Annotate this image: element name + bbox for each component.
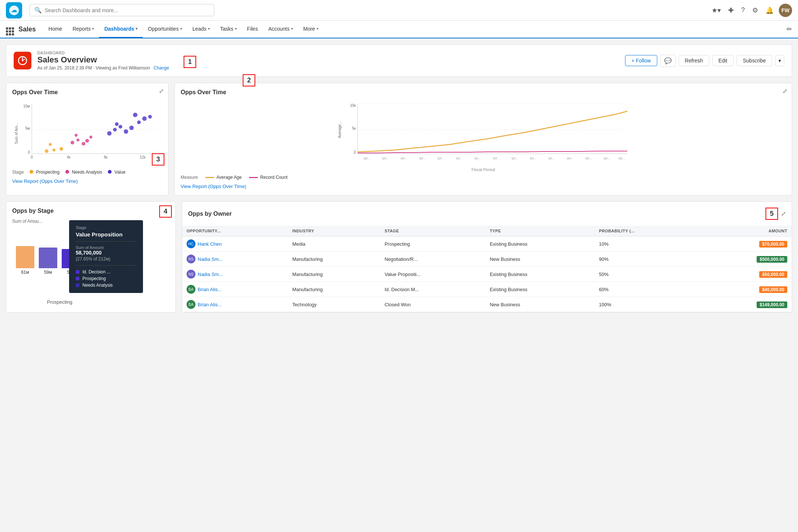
owner-avatar: NS — [187, 255, 195, 263]
svg-point-22 — [75, 134, 78, 137]
nav-tasks[interactable]: Tasks ▾ — [215, 20, 242, 38]
expand-line-button[interactable]: ⤢ — [782, 88, 787, 95]
svg-point-19 — [71, 141, 74, 144]
cell-type: Existing Business — [485, 282, 595, 297]
svg-point-28 — [124, 129, 128, 134]
expand-scatter-button[interactable]: ⤢ — [159, 88, 164, 95]
svg-point-30 — [129, 126, 134, 130]
svg-text:0: 0 — [31, 155, 33, 159]
svg-text:10м: 10м — [23, 104, 30, 108]
nav-home[interactable]: Home — [43, 20, 67, 38]
svg-point-25 — [107, 131, 112, 136]
cell-amount: $50,000.00 — [699, 267, 792, 282]
svg-point-18 — [49, 143, 52, 146]
owner-name[interactable]: Nadia Sm... — [198, 272, 223, 277]
svg-point-3 — [22, 60, 23, 61]
svg-text:Q2...: Q2... — [618, 157, 625, 160]
cell-owner: NS Nadia Sm... — [182, 252, 288, 267]
scatter-view-report-link[interactable]: View Report (Opps Over Time) — [12, 178, 78, 184]
svg-point-31 — [137, 120, 141, 124]
owner-avatar: HC — [187, 239, 195, 248]
svg-text:Q4...: Q4... — [493, 157, 499, 160]
owner-name[interactable]: Brian Alis... — [198, 302, 222, 307]
table-row: BA Brian Alis... Manufacturing Id. Decis… — [182, 282, 792, 297]
chevron-down-icon: ▾ — [317, 27, 318, 31]
nav-reports[interactable]: Reports ▾ — [67, 20, 99, 38]
nav-opportunities[interactable]: Opportunities ▾ — [143, 20, 187, 38]
svg-text:Q1...: Q1... — [604, 157, 610, 160]
favorites-button[interactable]: ★▾ — [709, 4, 723, 17]
nav-accounts[interactable]: Accounts ▾ — [263, 20, 298, 38]
follow-button[interactable]: + Follow — [625, 55, 657, 66]
chevron-down-icon: ▾ — [291, 27, 293, 31]
avatar[interactable]: FW — [779, 4, 792, 17]
cell-probability: 50% — [594, 267, 699, 282]
edit-nav-icon[interactable]: ✏ — [787, 25, 792, 33]
svg-text:Q3...: Q3... — [511, 157, 518, 160]
svg-text:Q3...: Q3... — [364, 157, 370, 160]
cell-industry: Manufacturing — [288, 282, 380, 297]
owner-name[interactable]: Brian Alis... — [198, 287, 222, 292]
scatter-svg: 10м 5м 0 0 4к 8к 12к Sum of Am... — [12, 100, 162, 167]
bar-chart-tooltip: Stage Value Proposition Sum of Amount 58… — [69, 220, 143, 293]
dashboard-title: Sales Overview — [37, 55, 619, 65]
chevron-down-icon: ▾ — [208, 27, 210, 31]
refresh-button[interactable]: Refresh — [679, 55, 709, 66]
owner-avatar: NS — [187, 270, 195, 279]
nav-files[interactable]: Files — [242, 20, 263, 38]
owner-name[interactable]: Nadia Sm... — [198, 256, 223, 262]
add-button[interactable]: ✚ — [726, 4, 736, 17]
svg-point-29 — [115, 122, 119, 126]
chevron-down-icon: ▾ — [92, 27, 94, 31]
navbar: Sales Home Reports ▾ Dashboards ▾ Opport… — [0, 21, 798, 38]
edit-button[interactable]: Edit — [712, 55, 734, 66]
more-dropdown-button[interactable]: ▾ — [775, 55, 784, 66]
col-opportunity: OPPORTUNITY... — [182, 226, 288, 236]
table-row: NS Nadia Sm... Manufacturing Negotiation… — [182, 252, 792, 267]
cell-type: New Business — [485, 252, 595, 267]
nav-more[interactable]: More ▾ — [298, 20, 324, 38]
cell-industry: Manufacturing — [288, 252, 380, 267]
svg-text:8к: 8к — [104, 155, 108, 159]
svg-text:Q4...: Q4... — [419, 157, 425, 160]
topbar: ☁ 🔍 ★▾ ✚ ? ⚙ 🔔 FW — [0, 0, 798, 21]
svg-text:☁: ☁ — [11, 7, 17, 13]
cell-amount: $40,000.00 — [699, 282, 792, 297]
expand-table-button[interactable]: ⤢ — [781, 210, 786, 217]
search-box[interactable]: 🔍 — [30, 4, 214, 16]
svg-text:Sum of Am...: Sum of Am... — [14, 123, 18, 144]
app-name: Sales — [18, 25, 36, 33]
line-chart-title: Opps Over Time — [181, 89, 786, 96]
change-link[interactable]: Change — [154, 65, 169, 71]
help-button[interactable]: ? — [739, 4, 747, 16]
line-view-report-link[interactable]: View Report (Opps Over Time) — [181, 184, 246, 189]
chevron-down-icon: ▾ — [235, 27, 237, 31]
line-area: 10к 5к 0 Average... Q3... Q3... Q4... — [181, 100, 786, 167]
grid-menu-icon[interactable] — [6, 23, 14, 35]
cell-industry: Manufacturing — [288, 267, 380, 282]
col-type: TYPE — [485, 226, 595, 236]
line-chart-card: Opps Over Time ⤢ 10к 5к 0 Average... — [174, 83, 792, 195]
svg-point-26 — [113, 128, 117, 132]
search-input[interactable] — [45, 7, 209, 13]
bar-chart-title: Opps by Stage — [12, 208, 170, 214]
subscribe-button[interactable]: Subscribe — [737, 55, 772, 66]
cell-amount: $149,000.00 — [699, 297, 792, 312]
dashboard-label: DASHBOARD — [37, 51, 619, 55]
table-row: BA Brian Alis... Technology Closed Won N… — [182, 297, 792, 312]
fiscal-period-label: Fiscal Period — [181, 167, 786, 172]
svg-text:Q3...: Q3... — [382, 157, 388, 160]
col-industry: INDUSTRY — [288, 226, 380, 236]
amount-badge: $500,000.00 — [757, 256, 787, 263]
settings-button[interactable]: ⚙ — [750, 4, 760, 17]
chatter-button[interactable]: 💬 — [660, 55, 676, 67]
cell-amount: $70,000.00 — [699, 236, 792, 252]
cell-industry: Media — [288, 236, 380, 252]
nav-dashboards[interactable]: Dashboards ▾ — [99, 20, 143, 38]
nav-leads[interactable]: Leads ▾ — [187, 20, 215, 38]
owner-name[interactable]: Hank Chen — [198, 241, 222, 247]
svg-point-24 — [89, 136, 92, 139]
notifications-button[interactable]: 🔔 — [763, 4, 776, 17]
cell-owner: BA Brian Alis... — [182, 297, 288, 312]
main-content: DASHBOARD Sales Overview As of Jan 25, 2… — [0, 38, 798, 318]
